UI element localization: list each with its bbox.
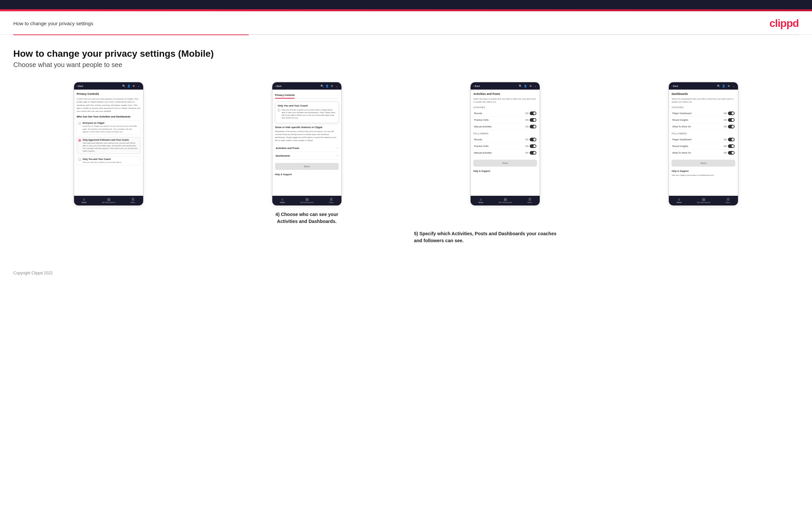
phone3-body: Activities and Posts Select the types of… [471,90,540,196]
menu-row-dashboards[interactable]: Dashboards › [275,152,339,160]
toggle-on[interactable]: ON [525,151,536,155]
search-icon[interactable]: 🔍 [122,84,125,88]
toggle-on[interactable]: ON [724,151,735,155]
toggle-row-manual-coaches: Manual Activities ON [473,123,537,130]
nav-menu[interactable]: ☰ Menu [131,198,136,204]
search-icon[interactable]: 🔍 [519,84,522,88]
phone1-option1[interactable]: Everyone on Clippd Everyone on Clippd ca… [77,120,141,134]
phone1-option2[interactable]: Only Approved Followers and Your Coach O… [77,137,141,154]
phone1-bottom-nav: ⌂ Home ▤ My Performance ☰ Menu [74,196,143,206]
toggle-on-drills[interactable]: ON [525,118,536,122]
chevron-down-icon[interactable]: ⌄ [137,84,141,88]
toggle-switch[interactable] [530,144,536,148]
toggle-on[interactable]: ON [724,144,735,148]
phone4-mockup: ‹ Back 🔍 👤 ⚙ ⌄ Dashboards Select the das… [668,82,738,206]
nav-performance[interactable]: ▤ My Performance [300,198,313,204]
nav-home[interactable]: ⌂ Home [677,198,682,204]
header-title: How to change your privacy settings [13,20,93,26]
nav-home[interactable]: ⌂ Home [280,198,285,204]
phone3-save-btn[interactable]: Save [473,160,537,167]
phone4-save-btn[interactable]: Save [671,160,735,167]
phone1-back[interactable]: ‹ Back [77,85,83,87]
nav-performance[interactable]: ▤ My Performance [697,198,710,204]
toggle-switch[interactable] [530,151,536,155]
home-icon: ⌂ [281,198,283,201]
toggle-switch[interactable] [728,151,734,155]
phone4-back[interactable]: ‹ Back [671,85,678,87]
profile-icon[interactable]: 👤 [722,84,725,88]
toggle-switch[interactable] [530,125,536,128]
chevron-down-icon[interactable]: ⌄ [534,84,537,88]
toggle-switch[interactable] [728,111,734,115]
popup-title: Only You and Your Coach [277,104,336,107]
toggle-on[interactable]: ON [724,118,735,122]
phone2-help: Help & Support [275,172,339,176]
phone4-followers-label: FOLLOWERS [671,132,735,135]
settings-icon[interactable]: ⚙ [331,84,334,88]
phone3-back[interactable]: ‹ Back [473,85,480,87]
chevron-down-icon[interactable]: ⌄ [732,84,735,88]
toggle-on-rounds[interactable]: ON [525,111,536,115]
radio2-label: Only Approved Followers and Your Coach [83,139,139,141]
toggle-on[interactable]: ON [525,144,536,148]
profile-icon[interactable]: 👤 [127,84,131,88]
phone4-body: Dashboards Select the dashboards that yo… [669,90,738,196]
toggle-row-drills-coaches: Practice Drills ON [473,117,537,123]
phone3-section-desc: Select the types of activity that you'd … [473,97,537,104]
toggle-row-work-on-followers: What To Work On ON [671,150,735,156]
nav-menu[interactable]: ☰ Menu [527,198,532,204]
menu-row-activities[interactable]: Activities and Posts › [275,144,339,152]
nav-menu[interactable]: ☰ Menu [329,198,334,204]
rounds-label: Rounds [474,112,482,115]
phone4-coaches-toggles: Player Dashboard ON Round Insights ON [671,110,735,130]
phone4-bottom-nav: ⌂ Home ▤ My Performance ☰ Menu [669,196,738,206]
search-icon[interactable]: 🔍 [717,84,720,88]
toggle-switch[interactable] [530,118,536,122]
profile-icon[interactable]: 👤 [524,84,527,88]
toggle-switch[interactable] [728,118,734,122]
phone1-option3[interactable]: Only You and Your Coach Only you and the… [77,156,141,165]
toggle-on[interactable]: ON [724,138,735,142]
phone4-group: ‹ Back 🔍 👤 ⚙ ⌄ Dashboards Select the das… [608,82,799,206]
settings-icon[interactable]: ⚙ [132,84,136,88]
toggle-switch[interactable] [728,138,734,142]
toggle-on[interactable]: ON [525,138,536,142]
search-icon[interactable]: 🔍 [320,84,324,88]
manual-label: Manual Activities [474,125,492,128]
phone1-mockup: ‹ Back 🔍 👤 ⚙ ⌄ Privacy Controls Control … [74,82,144,206]
settings-icon[interactable]: ⚙ [727,84,730,88]
settings-icon[interactable]: ⚙ [529,84,532,88]
radio1-circle [79,122,81,125]
phone2-popup: Only You and Your Coach Only you and the… [275,102,339,123]
phone2-back[interactable]: ‹ Back [275,85,282,87]
toggle-switch[interactable] [728,125,734,128]
nav-performance[interactable]: ▤ My Performance [102,198,115,204]
chevron-down-icon[interactable]: ⌄ [336,84,339,88]
phone2-mockup: ‹ Back 🔍 👤 ⚙ ⌄ Privacy Controls [272,82,342,206]
caption4: 4) Choose who can see your Activities an… [275,211,338,225]
home-icon: ⌂ [678,198,680,201]
top-bar [0,0,812,9]
toggle-on[interactable]: ON [724,111,735,115]
phone2-save-btn[interactable]: Save [275,163,339,170]
toggle-on-manual[interactable]: ON [525,125,536,128]
toggle-on[interactable]: ON [724,125,735,128]
tab-privacy-controls[interactable]: Privacy Controls [275,92,295,99]
toggle-row-round-insights-coaches: Round Insights ON [671,117,735,123]
nav-menu[interactable]: ☰ Menu [726,198,730,204]
phone3-help: Help & Support [473,169,537,173]
phone1-icons: 🔍 👤 ⚙ ⌄ [122,84,141,88]
popup-radio-empty [277,109,280,111]
nav-home[interactable]: ⌂ Home [82,198,87,204]
phone1-section-title: Privacy Controls [77,92,141,96]
toggle-switch[interactable] [728,144,734,148]
back-chevron-icon: ‹ [77,85,78,87]
toggle-switch[interactable] [530,138,536,142]
profile-icon[interactable]: 👤 [325,84,329,88]
toggle-switch[interactable] [530,111,536,115]
phone2-tabs: Privacy Controls [275,92,339,99]
nav-performance[interactable]: ▤ My Performance [499,198,512,204]
radio1-desc: Everyone on Clippd can search for you an… [83,125,139,133]
page-subheading: Choose what you want people to see [13,61,799,69]
nav-home[interactable]: ⌂ Home [478,198,483,204]
